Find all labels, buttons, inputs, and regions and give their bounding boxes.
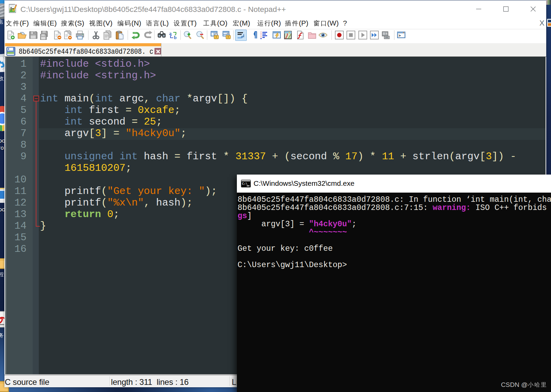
fold-guide-elbow bbox=[36, 226, 40, 227]
menu-search[interactable]: (S) bbox=[61, 19, 84, 28]
minimize-button[interactable] bbox=[468, 0, 489, 18]
line-number: 1 bbox=[6, 58, 27, 70]
open-file-button[interactable] bbox=[17, 30, 27, 40]
menu-plugins[interactable]: (P) bbox=[285, 19, 308, 28]
tab-active[interactable]: 8b6405c25fe447fa804c6833a0d72808. c bbox=[5, 43, 161, 56]
code-line: unsigned int hash = first * 31337 + (sec… bbox=[40, 151, 516, 162]
folder-as-workspace-button[interactable] bbox=[307, 30, 317, 40]
svg-text:b: b bbox=[174, 35, 177, 40]
document-map-button[interactable] bbox=[283, 30, 293, 40]
menu-run[interactable]: (R) bbox=[257, 19, 281, 28]
redo-button[interactable] bbox=[144, 30, 153, 40]
replace-icon: ab bbox=[168, 35, 178, 41]
menu-window[interactable]: (W) bbox=[313, 19, 339, 28]
run-command-icon: > bbox=[396, 35, 406, 41]
menu-bar: (F) (E) (S) (V) (N) (L) (T) (O) (M) (R) … bbox=[4, 18, 546, 29]
line-number: 15 bbox=[6, 232, 27, 243]
indent-guide-button[interactable] bbox=[259, 30, 269, 40]
run-command-button[interactable]: > bbox=[396, 30, 406, 40]
window-title: C:\Users\gwj11\Desktop\8b6405c25fe447fa8… bbox=[20, 5, 286, 14]
find-button[interactable] bbox=[157, 30, 166, 40]
menu-settings[interactable]: (T) bbox=[173, 19, 197, 28]
code-line: argv[3] = "h4cky0u"; bbox=[40, 128, 187, 139]
fold-guide-line bbox=[36, 101, 36, 227]
code-row: 9 unsigned int hash = first * 31337 + (s… bbox=[5, 151, 546, 162]
sync-horizontal-button[interactable] bbox=[222, 30, 231, 40]
menu-edit[interactable]: (E) bbox=[33, 19, 57, 28]
line-number: 7 bbox=[6, 128, 27, 139]
desktop-icon-label-doc3: oc bbox=[0, 206, 5, 213]
code-line: int first = 0xcafe; bbox=[40, 104, 181, 116]
menu-tools[interactable]: (O) bbox=[203, 19, 227, 28]
status-divider-2 bbox=[229, 376, 230, 386]
monitoring-button[interactable] bbox=[318, 30, 328, 40]
cmd-title-bar[interactable]: C:\ C:\Windows\System32\cmd.exe bbox=[237, 175, 551, 193]
replace-button[interactable]: ab bbox=[168, 30, 178, 40]
console-row: argv[3] = "h4cky0u"; bbox=[238, 220, 551, 228]
zoom-out-button[interactable] bbox=[195, 30, 205, 40]
play-macro-icon bbox=[358, 35, 368, 41]
grid-window-icon[interactable] bbox=[547, 19, 551, 27]
run-macro-multiple-button[interactable] bbox=[370, 30, 379, 40]
stop-macro-icon bbox=[346, 35, 356, 41]
user-defined-language-button[interactable] bbox=[272, 30, 281, 40]
save-macro-button[interactable] bbox=[381, 30, 390, 40]
function-list-button[interactable] bbox=[295, 30, 305, 40]
undo-icon bbox=[131, 35, 140, 41]
menu-close-x[interactable]: X bbox=[539, 19, 545, 28]
close-button[interactable] bbox=[522, 0, 544, 18]
menu-view[interactable]: (V) bbox=[89, 19, 113, 28]
code-row: 1 #include <stdio.h> bbox=[5, 58, 546, 70]
menu-language[interactable]: (L) bbox=[146, 19, 169, 28]
cmd-window: C:\ C:\Windows\System32\cmd.exe 8b6405c2… bbox=[237, 175, 551, 392]
paste-button[interactable] bbox=[115, 30, 124, 40]
play-macro-button[interactable] bbox=[358, 30, 368, 40]
show-all-characters-button[interactable] bbox=[249, 30, 259, 40]
indent-guide-icon bbox=[259, 35, 269, 41]
menu-macro[interactable]: (M) bbox=[232, 19, 250, 28]
save-file-button[interactable] bbox=[29, 30, 38, 40]
cut-icon bbox=[91, 35, 101, 41]
toolbar-separator bbox=[154, 30, 155, 40]
fold-collapse-marker[interactable] bbox=[33, 96, 39, 101]
print-button[interactable] bbox=[75, 30, 85, 40]
console-output[interactable]: 8b6405c25fe447fa804c6833a0d72808.c: In f… bbox=[237, 193, 551, 392]
save-all-button[interactable] bbox=[40, 30, 50, 40]
maximize-button[interactable] bbox=[495, 0, 516, 18]
console-row: Get your key: c0ffee bbox=[238, 245, 551, 253]
record-macro-button[interactable] bbox=[335, 30, 344, 40]
close-file-button[interactable] bbox=[52, 30, 62, 40]
line-number: 8 bbox=[6, 139, 27, 151]
menu-encoding[interactable]: (N) bbox=[117, 19, 141, 28]
status-divider bbox=[110, 376, 110, 386]
status-doc-type: C source file bbox=[5, 377, 49, 387]
tab-close-button[interactable] bbox=[155, 48, 161, 54]
code-row: 3 bbox=[5, 81, 546, 93]
keyboard-photo-fragment bbox=[0, 3, 5, 19]
zoom-in-button[interactable] bbox=[183, 30, 192, 40]
undo-button[interactable] bbox=[131, 30, 140, 40]
sync-vertical-button[interactable] bbox=[210, 30, 220, 40]
new-file-icon bbox=[6, 35, 15, 41]
stop-macro-button[interactable] bbox=[346, 30, 356, 40]
cut-button[interactable] bbox=[91, 30, 101, 40]
show-all-characters-icon bbox=[249, 35, 259, 41]
console-row: ^~~~~~~~ bbox=[238, 228, 551, 236]
line-number: 11 bbox=[6, 185, 27, 197]
word-wrap-button[interactable] bbox=[235, 30, 247, 41]
close-all-button[interactable] bbox=[63, 30, 72, 40]
menu-file[interactable]: (F) bbox=[5, 19, 29, 28]
line-number: 4 bbox=[6, 93, 27, 104]
toolbar-separator bbox=[331, 30, 332, 40]
run-macro-multiple-icon bbox=[370, 35, 379, 41]
new-file-button[interactable] bbox=[6, 30, 15, 40]
record-macro-icon bbox=[335, 35, 344, 41]
line-number: 13 bbox=[6, 209, 27, 220]
watermark: CSDN @ bbox=[501, 381, 547, 389]
title-bar[interactable]: C:\Users\gwj11\Desktop\8b6405c25fe447fa8… bbox=[4, 0, 546, 18]
console-row: gs] bbox=[238, 212, 551, 220]
toolbar-separator bbox=[88, 30, 88, 40]
menu-help[interactable]: ? bbox=[343, 19, 347, 28]
code-row: 2 #include <string.h> bbox=[5, 70, 546, 81]
copy-button[interactable] bbox=[103, 30, 112, 40]
